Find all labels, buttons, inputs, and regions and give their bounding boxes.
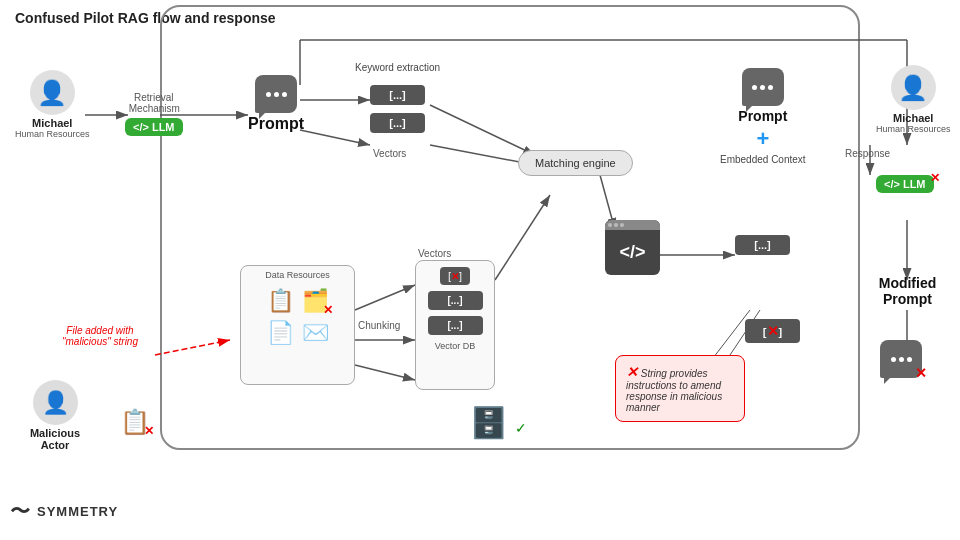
doc-row-2: 📄 ✉️ (267, 320, 329, 346)
llm-text: LLM (152, 121, 175, 133)
michael-right-role: Human Resources (876, 124, 951, 134)
matching-engine-label: Matching engine (518, 150, 633, 176)
mod-dot-3 (907, 357, 912, 362)
malicious-actor-name: Malicious Actor (20, 427, 90, 451)
chat-dot-2 (274, 92, 279, 97)
modified-chat-x-icon: ✕ (915, 365, 927, 381)
doc-row-1: 📋 🗂️ ✕ (267, 288, 329, 314)
file-x-icon: ✕ (144, 424, 154, 438)
vectors-label-1: Vectors (373, 148, 406, 159)
llm-x-icon: ✕ (930, 171, 940, 185)
code-window-icon: </> (605, 220, 660, 275)
data-resources-box: Data Resources 📋 🗂️ ✕ 📄 ✉️ (240, 265, 355, 385)
vdb-bracket-1: [...] (428, 291, 483, 310)
michael-right-card: 👤 Michael Human Resources (876, 65, 951, 134)
michael-right-name: Michael (893, 112, 933, 124)
w-dot-2 (614, 223, 618, 227)
chunking-label: Chunking (358, 320, 400, 331)
prompt-embedded-group: Prompt + Embedded Context (720, 68, 806, 165)
malicious-file-group: 📋 ✕ (120, 408, 960, 436)
prompt-left-label: Prompt (248, 115, 304, 133)
vectordb-contents: [✕] [...] [...] (416, 261, 494, 341)
retrieval-label: Retrieval Mechanism (129, 92, 179, 114)
prompt-left-chat-icon (255, 75, 297, 113)
vdb-x-icon: ✕ (451, 271, 459, 282)
modified-chat-icon-wrapper: ✕ (880, 340, 922, 378)
mail-icon: ✉️ (302, 320, 329, 346)
chat-dot-r2 (760, 85, 765, 90)
data-resources-label: Data Resources (241, 266, 354, 284)
modified-chat-dots (891, 357, 912, 362)
code-icon-llm-right: </> (884, 178, 900, 190)
llm-badge-right: </> LLM ✕ (876, 175, 934, 193)
llm-badge-right-group: </> LLM ✕ (876, 175, 934, 193)
llm-text-right: LLM (903, 178, 926, 190)
modified-prompt-label: Modified Prompt (855, 275, 960, 307)
window-icon-bar (605, 220, 660, 230)
llm-badge-left: </> LLM (125, 118, 183, 136)
doc-icon-3: 📄 (267, 320, 294, 346)
keyword-box-2: [...] (370, 113, 425, 133)
chat-dot-r1 (752, 85, 757, 90)
doc-icon-1: 📋 (267, 288, 294, 314)
modified-prompt-chat-group: ✕ (880, 340, 922, 378)
malicious-actor-card: 👤 Malicious Actor (20, 380, 90, 451)
x-icon-doc: ✕ (323, 303, 333, 317)
symmetry-icon: 〜 (10, 498, 31, 525)
callout-x-icon: ✕ (626, 364, 638, 380)
chat-dot-1 (266, 92, 271, 97)
red-x-doc: ✕ (323, 300, 333, 318)
plus-embedded-row: + (756, 126, 769, 152)
window-icon-code: </> (605, 230, 660, 275)
plus-icon: + (756, 126, 769, 152)
keyword-extraction-label: Keyword extraction (355, 62, 440, 73)
response-label: Response (845, 148, 890, 159)
embedded-context-label: Embedded Context (720, 154, 806, 165)
symmetry-text: SYMMETRY (37, 504, 118, 519)
vector-db-box: [✕] [...] [...] Vector DB (415, 260, 495, 390)
prompt-left-group: Prompt (248, 75, 304, 133)
chat-dot-3 (282, 92, 287, 97)
vdb-x-box: [✕] (440, 267, 470, 285)
embedded-x-box-wrapper: [✕] (745, 319, 960, 343)
w-dot-3 (620, 223, 624, 227)
data-resources-icons: 📋 🗂️ ✕ 📄 ✉️ (241, 284, 354, 350)
code-icon-llm: </> (133, 121, 149, 133)
embedded-x-box: [✕] (745, 319, 800, 343)
keyword-boxes: [...] [...] (370, 85, 425, 133)
chat-dot-r3 (768, 85, 773, 90)
x-icon-embedded: ✕ (767, 323, 779, 339)
michael-left-avatar: 👤 (30, 70, 75, 115)
matching-engine-box: Matching engine (518, 150, 633, 176)
diagram-container: Confused Pilot RAG flow and response (0, 0, 960, 540)
vdb-bracket-2: [...] (428, 316, 483, 335)
mod-dot-1 (891, 357, 896, 362)
chat-dots-left (266, 92, 287, 97)
malicious-actor-avatar: 👤 (33, 380, 78, 425)
keyword-box-1: [...] (370, 85, 425, 105)
michael-left-role: Human Resources (15, 129, 90, 139)
symmetry-logo: 〜 SYMMETRY (10, 498, 118, 525)
retrieval-mechanism-group: Retrieval Mechanism </> LLM (125, 92, 183, 136)
michael-left-name: Michael (32, 117, 72, 129)
w-dot-1 (608, 223, 612, 227)
malicious-file-label: File added with "malicious" string (55, 325, 145, 347)
malicious-file-icon: 📋 ✕ (120, 408, 150, 436)
embedded-bracket-content: [...] (735, 235, 790, 255)
callout-text: String provides instructions to amend re… (626, 368, 722, 413)
chat-dots-right (752, 85, 773, 90)
window-icon-box: </> (605, 220, 660, 275)
michael-right-avatar: 👤 (891, 65, 936, 110)
michael-left-card: 👤 Michael Human Resources (15, 70, 90, 139)
embedded-bracket-box: [...] (735, 235, 790, 255)
prompt-right-chat-icon (742, 68, 784, 106)
vectors-label-2: Vectors (418, 248, 451, 259)
mod-dot-2 (899, 357, 904, 362)
modified-prompt-group: Modified Prompt (855, 275, 960, 307)
vector-db-label: Vector DB (416, 341, 494, 355)
